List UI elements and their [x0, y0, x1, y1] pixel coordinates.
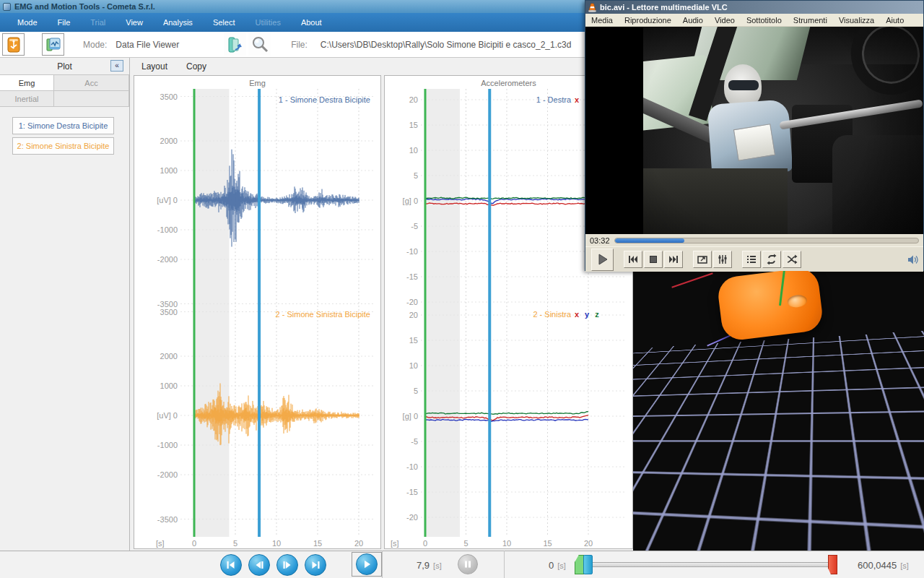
svg-text:-10: -10 [406, 247, 418, 256]
svg-text:3500: 3500 [160, 308, 178, 316]
vlc-menu-media[interactable]: Media [585, 14, 619, 26]
svg-text:2 - Simone Sinistra Bicipite: 2 - Simone Sinistra Bicipite [276, 310, 370, 319]
emg-chart-svg: 05101520[s]350020001000[uV] 0-1000-2000-… [134, 76, 380, 548]
step-back-button[interactable] [248, 554, 270, 576]
svg-text:-15: -15 [406, 488, 418, 496]
svg-text:-2000: -2000 [157, 255, 178, 264]
range-end-display: 600,0445[s] [858, 558, 909, 571]
plot-menu-copy[interactable]: Copy [186, 61, 206, 72]
plot-sidebar: Plot « Emg Acc Inertial 1: Simone Destra… [0, 58, 130, 551]
svg-text:15: 15 [543, 539, 552, 548]
data-viewer-button[interactable] [42, 33, 64, 56]
range-end-value: 600,0445 [858, 560, 897, 571]
skip-to-end-button[interactable] [305, 554, 326, 576]
svg-text:3500: 3500 [160, 92, 178, 101]
current-time-display: 7,9[s] [417, 558, 442, 571]
svg-text:-20: -20 [406, 513, 418, 522]
vlc-fullscreen-button[interactable] [693, 251, 712, 268]
usb-device-button[interactable] [2, 33, 25, 56]
next-icon [668, 254, 679, 265]
vlc-title: bic.avi - Lettore multimediale VLC [600, 3, 728, 12]
vlc-menu-visualizza[interactable]: Visualizza [833, 14, 880, 26]
channel-button-1[interactable]: 1: Simone Destra Bicipite [12, 117, 114, 134]
volume-icon[interactable] [907, 254, 919, 269]
usb-drive-icon [5, 36, 22, 53]
svg-text:-5: -5 [411, 222, 418, 230]
tab-empty [53, 90, 129, 107]
playlist-icon [746, 254, 757, 265]
svg-text:1 - Destra: 1 - Destra [536, 95, 572, 104]
vlc-video-frame[interactable] [585, 27, 923, 234]
emg-chart[interactable]: 05101520[s]350020001000[uV] 0-1000-2000-… [134, 75, 381, 549]
vlc-playlist-button[interactable] [742, 251, 761, 268]
vlc-elapsed-time: 03:32 [590, 236, 610, 245]
vlc-progress-bar[interactable] [614, 238, 919, 243]
svg-text:[s]: [s] [156, 539, 165, 548]
vlc-menu-audio[interactable]: Audio [677, 14, 709, 26]
import-file-button[interactable] [224, 33, 246, 56]
svg-text:20: 20 [409, 311, 418, 319]
tab-acc[interactable]: Acc [53, 74, 129, 91]
menu-mode[interactable]: Mode [7, 14, 48, 30]
svg-text:5: 5 [414, 387, 418, 395]
vlc-menu-video[interactable]: Video [709, 14, 741, 26]
tab-emg[interactable]: Emg [0, 74, 54, 91]
vlc-shuffle-button[interactable] [783, 251, 801, 268]
menu-analysis[interactable]: Analysis [153, 14, 203, 30]
sidebar-collapse-button[interactable]: « [110, 60, 123, 72]
tab-inertial[interactable]: Inertial [0, 90, 54, 107]
menu-select[interactable]: Select [203, 14, 245, 30]
current-time-unit: [s] [433, 561, 442, 570]
svg-text:-1000: -1000 [157, 225, 178, 234]
vlc-menu-aiuto[interactable]: Aiuto [880, 14, 910, 26]
menu-about[interactable]: About [291, 14, 332, 30]
data-viewer-icon [45, 36, 62, 53]
sensor-3d-viewer[interactable] [633, 271, 924, 551]
svg-text:20: 20 [354, 539, 363, 548]
previous-icon [627, 254, 639, 265]
vlc-menu-riproduzione[interactable]: Riproduzione [619, 14, 677, 26]
range-start-handle[interactable] [583, 555, 593, 574]
vlc-menu-sottotitolo[interactable]: Sottotitolo [741, 14, 788, 26]
svg-text:0: 0 [423, 539, 427, 548]
svg-text:1000: 1000 [160, 381, 178, 390]
vlc-window: bic.avi - Lettore multimediale VLC Media… [585, 0, 924, 271]
vlc-seek-row: 03:32 [585, 234, 923, 246]
svg-text:20: 20 [409, 95, 418, 104]
play-button[interactable] [356, 553, 378, 575]
vlc-stop-button[interactable] [644, 251, 663, 268]
step-back-icon [254, 560, 264, 570]
vlc-menu-strumenti[interactable]: Strumenti [788, 14, 833, 26]
vlc-previous-button[interactable] [624, 251, 642, 268]
svg-text:-15: -15 [406, 272, 418, 281]
plot-menu-layout[interactable]: Layout [141, 61, 167, 72]
current-time-value: 7,9 [417, 560, 430, 571]
vlc-equalizer-button[interactable] [713, 251, 732, 268]
menu-view[interactable]: View [116, 14, 153, 30]
sensor-button-detail [787, 294, 808, 309]
svg-text:0: 0 [192, 539, 196, 548]
svg-text:-3500: -3500 [157, 515, 178, 524]
vlc-loop-button[interactable] [762, 251, 781, 268]
vignette-overlay [643, 27, 923, 234]
svg-text:-10: -10 [406, 462, 418, 471]
vlc-controls [585, 246, 923, 272]
svg-text:y: y [585, 310, 590, 319]
file-path: C:\Users\DB\Desktop\Rally\Solo Simone Bi… [321, 40, 571, 50]
vlc-play-button[interactable] [591, 249, 614, 271]
step-forward-button[interactable] [276, 554, 298, 576]
search-file-button[interactable] [248, 33, 271, 56]
skip-to-start-button[interactable] [220, 554, 242, 576]
shuffle-icon [786, 254, 798, 265]
range-end-unit: [s] [900, 561, 909, 570]
menu-file[interactable]: File [48, 14, 81, 30]
range-start-unit: [s] [557, 561, 566, 570]
pause-button[interactable] [458, 554, 478, 574]
svg-text:5: 5 [463, 539, 468, 548]
svg-text:[g] 0: [g] 0 [403, 197, 418, 205]
equalizer-icon [717, 254, 728, 265]
vlc-next-button[interactable] [664, 251, 683, 268]
import-file-icon [226, 35, 245, 54]
time-range-slider[interactable] [588, 562, 832, 567]
channel-button-2[interactable]: 2: Simone Sinistra Bicipite [12, 137, 114, 155]
